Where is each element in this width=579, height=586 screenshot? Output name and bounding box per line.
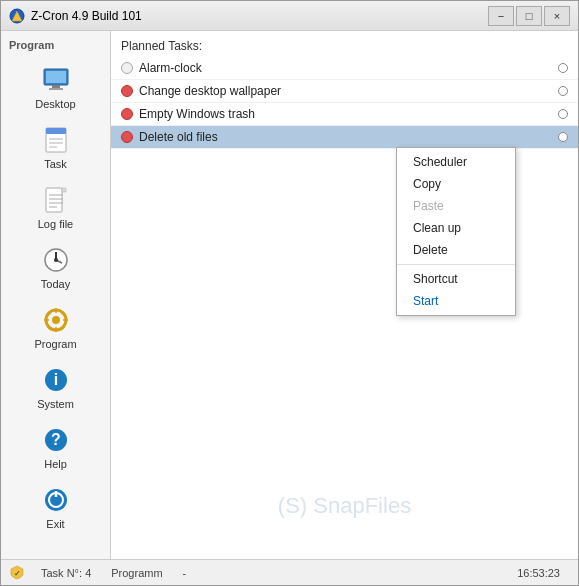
ctx-shortcut[interactable]: Shortcut <box>397 268 515 290</box>
system-icon: i <box>40 364 72 396</box>
task-indicator-4 <box>121 131 133 143</box>
context-menu: Scheduler Copy Paste Clean up Delete Sho… <box>396 147 516 316</box>
sidebar-item-system[interactable]: i System <box>5 358 106 416</box>
svg-text:✓: ✓ <box>14 569 21 578</box>
ctx-cleanup[interactable]: Clean up <box>397 217 515 239</box>
program-icon <box>40 304 72 336</box>
ctx-start[interactable]: Start <box>397 290 515 312</box>
sidebar-item-exit[interactable]: Exit <box>5 478 106 536</box>
task-circle-4 <box>558 132 568 142</box>
task-list[interactable]: Alarm-clock Change desktop wallpaper Emp… <box>111 57 578 559</box>
svg-point-23 <box>52 316 60 324</box>
svg-rect-27 <box>63 319 68 321</box>
task-name-2: Change desktop wallpaper <box>139 84 558 98</box>
sidebar-header: Program <box>1 35 110 57</box>
close-button[interactable]: × <box>544 6 570 26</box>
svg-rect-26 <box>44 319 49 321</box>
task-name-3: Empty Windows trash <box>139 107 558 121</box>
status-bar: ✓ Task N°: 4 Programm - 16:53:23 <box>1 559 578 585</box>
content-area: Program Desktop <box>1 31 578 559</box>
status-shield-icon: ✓ <box>9 564 25 582</box>
task-icon <box>40 124 72 156</box>
task-circle-2 <box>558 86 568 96</box>
sidebar-label-task: Task <box>44 158 67 170</box>
svg-rect-25 <box>55 327 57 332</box>
main-panel: Planned Tasks: Alarm-clock Change deskto… <box>111 31 578 559</box>
ctx-delete[interactable]: Delete <box>397 239 515 261</box>
status-task: Task N°: 4 <box>31 567 101 579</box>
task-row[interactable]: Empty Windows trash <box>111 103 578 126</box>
sidebar-item-desktop[interactable]: Desktop <box>5 58 106 116</box>
today-icon <box>40 244 72 276</box>
sidebar-item-task[interactable]: Task <box>5 118 106 176</box>
task-indicator-3 <box>121 108 133 120</box>
task-row[interactable]: Alarm-clock <box>111 57 578 80</box>
watermark: (S) SnapFiles <box>278 493 411 519</box>
main-window: Z-Cron 4.9 Build 101 − □ × Program Des <box>0 0 579 586</box>
help-icon: ? <box>40 424 72 456</box>
app-icon <box>9 8 25 24</box>
window-title: Z-Cron 4.9 Build 101 <box>31 9 488 23</box>
ctx-copy[interactable]: Copy <box>397 173 515 195</box>
svg-rect-4 <box>52 85 60 88</box>
svg-text:?: ? <box>51 431 61 448</box>
minimize-button[interactable]: − <box>488 6 514 26</box>
svg-rect-13 <box>62 188 66 192</box>
status-separator: - <box>173 567 197 579</box>
sidebar-item-program[interactable]: Program <box>5 298 106 356</box>
maximize-button[interactable]: □ <box>516 6 542 26</box>
main-header: Planned Tasks: <box>111 31 578 57</box>
desktop-icon <box>40 64 72 96</box>
sidebar-label-desktop: Desktop <box>35 98 75 110</box>
task-name-1: Alarm-clock <box>139 61 558 75</box>
task-circle-3 <box>558 109 568 119</box>
svg-rect-24 <box>55 308 57 313</box>
svg-rect-7 <box>46 128 66 134</box>
status-time: 16:53:23 <box>507 567 570 579</box>
svg-text:i: i <box>53 371 57 388</box>
window-controls: − □ × <box>488 6 570 26</box>
task-row[interactable]: Change desktop wallpaper <box>111 80 578 103</box>
task-indicator-2 <box>121 85 133 97</box>
sidebar-label-today: Today <box>41 278 70 290</box>
sidebar-label-exit: Exit <box>46 518 64 530</box>
task-circle-1 <box>558 63 568 73</box>
task-name-4: Delete old files <box>139 130 558 144</box>
exit-icon <box>40 484 72 516</box>
sidebar-item-help[interactable]: ? Help <box>5 418 106 476</box>
sidebar-label-logfile: Log file <box>38 218 73 230</box>
sidebar-item-logfile[interactable]: Log file <box>5 178 106 236</box>
task-indicator-1 <box>121 62 133 74</box>
sidebar-label-help: Help <box>44 458 67 470</box>
svg-point-21 <box>54 258 58 262</box>
logfile-icon <box>40 184 72 216</box>
sidebar-item-today[interactable]: Today <box>5 238 106 296</box>
task-row-selected[interactable]: Delete old files <box>111 126 578 149</box>
svg-rect-3 <box>46 71 66 83</box>
ctx-scheduler[interactable]: Scheduler <box>397 151 515 173</box>
title-bar: Z-Cron 4.9 Build 101 − □ × <box>1 1 578 31</box>
svg-rect-11 <box>46 188 62 212</box>
svg-rect-5 <box>49 88 63 90</box>
sidebar-label-system: System <box>37 398 74 410</box>
sidebar: Program Desktop <box>1 31 111 559</box>
ctx-paste: Paste <box>397 195 515 217</box>
sidebar-label-program: Program <box>34 338 76 350</box>
ctx-separator <box>397 264 515 265</box>
status-program: Programm <box>101 567 172 579</box>
